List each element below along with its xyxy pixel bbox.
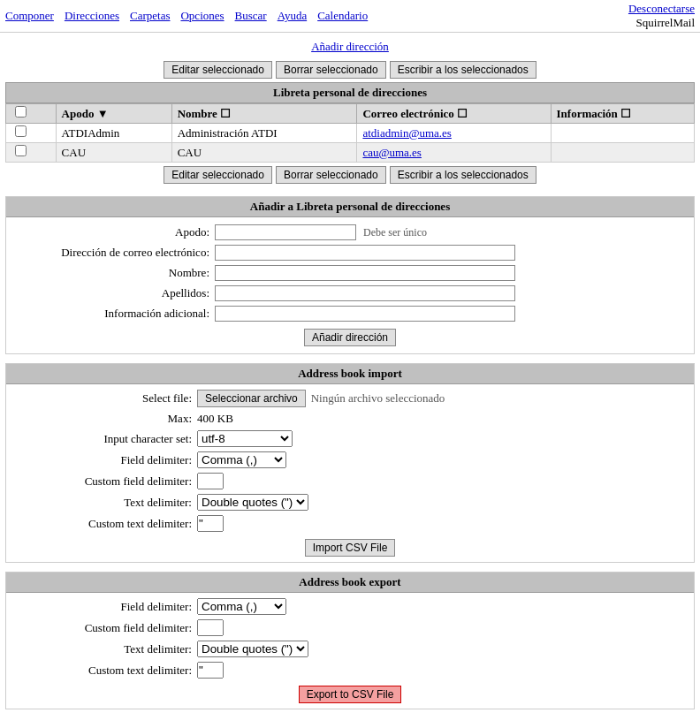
email-link[interactable]: atdiadmin@uma.es	[362, 126, 451, 140]
lastname-label: Apellidos:	[15, 286, 209, 300]
import-custom-field-input[interactable]	[197, 473, 224, 489]
import-custom-text-row: Custom text delimiter:	[15, 515, 685, 532]
add-address-button[interactable]: Añadir dirección	[304, 329, 396, 346]
export-custom-field-row: Custom field delimiter:	[15, 619, 685, 636]
delete-selected-top-button[interactable]: Borrar seleccionado	[276, 61, 386, 79]
extra-input[interactable]	[215, 306, 515, 322]
import-charset-row: Input character set: utf-8iso-8859-1wind…	[15, 430, 685, 447]
squirrelmail-label: SquirrelMail	[636, 16, 695, 29]
export-csv-button[interactable]: Export to CSV File	[299, 686, 402, 703]
cell-nickname: ATDIAdmin	[56, 124, 171, 143]
write-selected-bottom-button[interactable]: Escribir a los seleccionados	[390, 166, 536, 184]
table-row: ATDIAdmin Administración ATDI atdiadmin@…	[6, 124, 695, 143]
export-body: Field delimiter: Comma (,)Semicolon (;)T…	[6, 593, 694, 709]
add-form-body: Apodo: Debe ser único Dirección de corre…	[6, 217, 694, 353]
add-address-center: Añadir dirección	[0, 40, 700, 54]
export-custom-field-label: Custom field delimiter:	[15, 621, 192, 635]
edit-selected-top-button[interactable]: Editar seleccionado	[164, 61, 272, 79]
col-info[interactable]: Información ☐	[551, 104, 694, 124]
import-field-delim-select[interactable]: Comma (,)Semicolon (;)TabOther	[197, 451, 286, 468]
write-selected-top-button[interactable]: Escribir a los seleccionados	[390, 61, 536, 79]
export-text-delim-label: Text delimiter:	[15, 642, 192, 656]
row-checkbox[interactable]	[15, 145, 27, 156]
import-custom-text-input[interactable]	[197, 515, 224, 532]
export-field-delim-row: Field delimiter: Comma (,)Semicolon (;)T…	[15, 598, 685, 615]
col-checkbox	[6, 104, 57, 124]
table-row: CAU CAU cau@uma.es	[6, 143, 695, 163]
cell-email: cau@uma.es	[357, 143, 551, 163]
disconnect-link[interactable]: Desconectarse	[628, 2, 695, 15]
name-row: Nombre:	[15, 265, 685, 281]
cell-nickname: CAU	[56, 143, 171, 163]
lastname-input[interactable]	[215, 285, 515, 301]
top-right: Desconectarse SquirrelMail	[628, 2, 695, 30]
export-field-delim-select[interactable]: Comma (,)Semicolon (;)TabOther	[197, 598, 286, 615]
top-bar: Componer Direcciones Carpetas Opciones B…	[0, 0, 700, 33]
top-action-buttons: Editar seleccionado Borrar seleccionado …	[0, 61, 700, 79]
import-custom-field-row: Custom field delimiter:	[15, 473, 685, 489]
import-field-delim-label: Field delimiter:	[15, 453, 192, 467]
export-custom-text-row: Custom text delimiter:	[15, 662, 685, 679]
import-custom-text-label: Custom text delimiter:	[15, 517, 192, 531]
import-button-container: Import CSV File	[15, 539, 685, 557]
email-link[interactable]: cau@uma.es	[362, 146, 421, 159]
export-text-delim-select[interactable]: Double quotes (")Single quote (')None	[197, 641, 308, 657]
export-text-delim-row: Text delimiter: Double quotes (")Single …	[15, 641, 685, 657]
addresses-link[interactable]: Direcciones	[65, 9, 119, 23]
folders-link[interactable]: Carpetas	[130, 9, 170, 23]
lastname-row: Apellidos:	[15, 285, 685, 301]
email-label: Dirección de correo electrónico:	[15, 246, 209, 260]
import-custom-field-label: Custom field delimiter:	[15, 474, 192, 489]
export-section: Address book export Field delimiter: Com…	[5, 572, 695, 709]
import-text-delim-label: Text delimiter:	[15, 496, 192, 510]
cell-name: CAU	[171, 143, 357, 163]
row-checkbox[interactable]	[15, 125, 27, 137]
nickname-input[interactable]	[215, 224, 356, 240]
select-file-button[interactable]: Seleccionar archivo	[197, 390, 306, 407]
col-nickname[interactable]: Apodo ▼	[56, 104, 171, 124]
email-input[interactable]	[215, 245, 515, 261]
main-nav: Componer Direcciones Carpetas Opciones B…	[5, 9, 368, 23]
nickname-row: Apodo: Debe ser único	[15, 224, 685, 240]
delete-selected-bottom-button[interactable]: Borrar seleccionado	[276, 166, 386, 184]
options-link[interactable]: Opciones	[180, 9, 224, 23]
nickname-label: Apodo:	[15, 225, 209, 239]
col-name[interactable]: Nombre ☐	[171, 104, 357, 124]
add-address-top-link[interactable]: Añadir dirección	[311, 40, 389, 53]
import-text-delim-select[interactable]: Double quotes (")Single quote (')None	[197, 494, 308, 511]
export-field-delim-label: Field delimiter:	[15, 600, 192, 614]
nickname-hint: Debe ser único	[363, 226, 427, 239]
add-form-title: Añadir a Libreta personal de direcciones	[6, 197, 694, 217]
col-email[interactable]: Correo electrónico ☐	[357, 104, 551, 124]
personal-book-title: Libreta personal de direcciones	[5, 82, 695, 103]
bottom-action-buttons: Editar seleccionado Borrar seleccionado …	[0, 166, 700, 187]
import-file-row: Select file: Seleccionar archivo Ningún …	[15, 390, 685, 407]
help-link[interactable]: Ayuda	[278, 9, 307, 23]
cell-info	[551, 143, 694, 163]
import-file-label: Select file:	[15, 391, 192, 406]
select-all-checkbox[interactable]	[15, 106, 27, 118]
edit-selected-bottom-button[interactable]: Editar seleccionado	[164, 166, 272, 184]
import-csv-button[interactable]: Import CSV File	[305, 539, 396, 557]
address-table: Apodo ▼ Nombre ☐ Correo electrónico ☐ In…	[5, 103, 695, 163]
cell-info	[551, 124, 694, 143]
import-section: Address book import Select file: Selecci…	[5, 363, 695, 563]
import-body: Select file: Seleccionar archivo Ningún …	[6, 384, 694, 562]
extra-label: Información adicional:	[15, 307, 209, 321]
extra-row: Información adicional:	[15, 306, 685, 322]
import-charset-select[interactable]: utf-8iso-8859-1windows-1252	[197, 430, 293, 447]
cell-name: Administración ATDI	[171, 124, 357, 143]
search-link[interactable]: Buscar	[235, 9, 267, 23]
compose-link[interactable]: Componer	[5, 9, 54, 23]
import-field-delim-row: Field delimiter: Comma (,)Semicolon (;)T…	[15, 451, 685, 468]
add-form-section: Añadir a Libreta personal de direcciones…	[5, 196, 695, 354]
add-button-container: Añadir dirección	[15, 329, 685, 346]
export-custom-text-input[interactable]	[197, 662, 224, 679]
import-text-delim-row: Text delimiter: Double quotes (")Single …	[15, 494, 685, 511]
import-max-label: Max:	[15, 412, 192, 426]
export-custom-field-input[interactable]	[197, 619, 224, 636]
import-max-row: Max: 400 KB	[15, 412, 685, 426]
name-label: Nombre:	[15, 266, 209, 280]
calendar-link[interactable]: Calendario	[317, 9, 368, 23]
name-input[interactable]	[215, 265, 515, 281]
